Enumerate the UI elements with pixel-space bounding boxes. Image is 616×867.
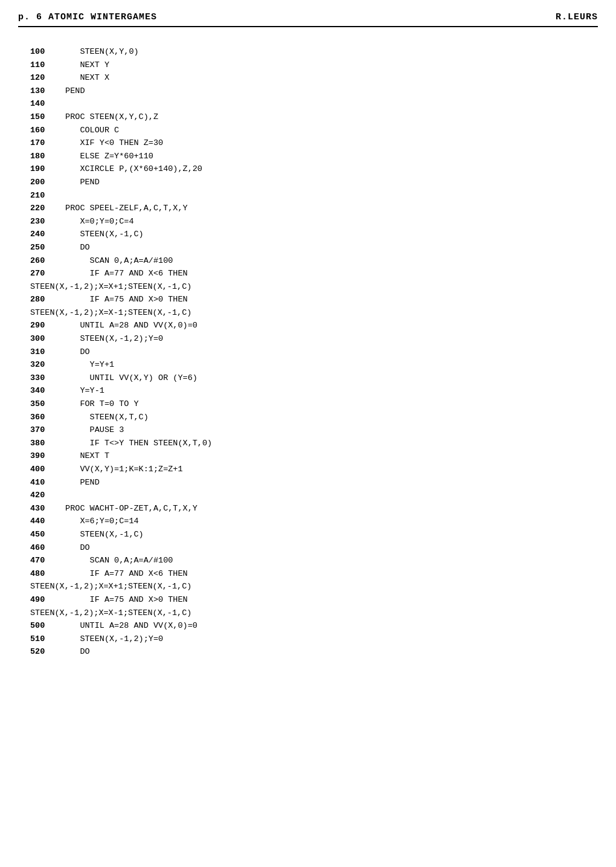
code-line: 280 IF A=75 AND X>0 THEN xyxy=(30,293,586,306)
code-line: 430 PROC WACHT-OP-ZET,A,C,T,X,Y xyxy=(30,502,586,515)
code-line: 160 COLOUR C xyxy=(30,124,586,137)
code-line: 380 IF T<>Y THEN STEEN(X,T,0) xyxy=(30,437,586,450)
code-line: 230 X=0;Y=0;C=4 xyxy=(30,215,586,228)
code-line: 130 PEND xyxy=(30,85,586,98)
code-line: 390 NEXT T xyxy=(30,450,586,463)
code-line: 100 STEEN(X,Y,0) xyxy=(30,45,586,59)
code-line: 270 IF A=77 AND X<6 THEN xyxy=(30,267,586,280)
code-line: 360 STEEN(X,T,C) xyxy=(30,411,586,424)
code-line: 490 IF A=75 AND X>0 THEN xyxy=(30,593,586,607)
code-line: 200 PEND xyxy=(30,176,586,189)
code-line: 470 SCAN 0,A;A=A/#100 xyxy=(30,554,586,567)
code-line: 370 PAUSE 3 xyxy=(30,424,586,437)
code-line: 320 Y=Y+1 xyxy=(30,358,586,372)
code-line: 170 XIF Y<0 THEN Z=30 xyxy=(30,137,586,150)
code-line: 120 NEXT X xyxy=(30,71,586,85)
code-line: 460 DO xyxy=(30,541,586,555)
code-line: 480 IF A=77 AND X<6 THEN xyxy=(30,567,586,581)
code-line: 520 DO xyxy=(30,645,586,659)
code-line: 290 UNTIL A=28 AND VV(X,0)=0 xyxy=(30,319,586,332)
code-line: 440 X=6;Y=0;C=14 xyxy=(30,515,586,528)
code-line: 140 xyxy=(30,97,586,111)
code-line: 110 NEXT Y xyxy=(30,59,586,72)
code-area: 100 STEEN(X,Y,0)110 NEXT Y120 NEXT X130 … xyxy=(18,39,598,665)
continuation-line: STEEN(X,-1,2);X=X+1;STEEN(X,-1,C) xyxy=(30,280,586,294)
header-left: p. 6 ATOMIC WINTERGAMES xyxy=(18,12,157,22)
header-right: R.LEURS xyxy=(556,12,598,22)
continuation-line: STEEN(X,-1,2);X=X-1;STEEN(X,-1,C) xyxy=(30,306,586,320)
code-line: 340 Y=Y-1 xyxy=(30,384,586,398)
code-line: 180 ELSE Z=Y*60+110 xyxy=(30,150,586,163)
continuation-line: STEEN(X,-1,2);X=X-1;STEEN(X,-1,C) xyxy=(30,607,586,620)
code-line: 210 xyxy=(30,189,586,202)
code-line: 500 UNTIL A=28 AND VV(X,0)=0 xyxy=(30,619,586,633)
code-line: 450 STEEN(X,-1,C) xyxy=(30,528,586,541)
code-line: 300 STEEN(X,-1,2);Y=0 xyxy=(30,332,586,346)
code-line: 350 FOR T=0 TO Y xyxy=(30,398,586,411)
code-line: 190 XCIRCLE P,(X*60+140),Z,20 xyxy=(30,163,586,176)
code-line: 400 VV(X,Y)=1;K=K:1;Z=Z+1 xyxy=(30,463,586,476)
code-line: 150 PROC STEEN(X,Y,C),Z xyxy=(30,111,586,124)
code-line: 260 SCAN 0,A;A=A/#100 xyxy=(30,254,586,268)
code-line: 220 PROC SPEEL-ZELF,A,C,T,X,Y xyxy=(30,202,586,215)
code-line: 240 STEEN(X,-1,C) xyxy=(30,228,586,241)
page-header: p. 6 ATOMIC WINTERGAMES R.LEURS xyxy=(18,12,598,27)
code-line: 250 DO xyxy=(30,241,586,254)
code-line: 510 STEEN(X,-1,2);Y=0 xyxy=(30,633,586,646)
code-line: 330 UNTIL VV(X,Y) OR (Y=6) xyxy=(30,372,586,385)
page-container: p. 6 ATOMIC WINTERGAMES R.LEURS 100 STEE… xyxy=(0,0,616,867)
code-line: 310 DO xyxy=(30,346,586,359)
code-line: 410 PEND xyxy=(30,476,586,489)
continuation-line: STEEN(X,-1,2);X=X+1;STEEN(X,-1,C) xyxy=(30,580,586,593)
code-line: 420 xyxy=(30,489,586,502)
